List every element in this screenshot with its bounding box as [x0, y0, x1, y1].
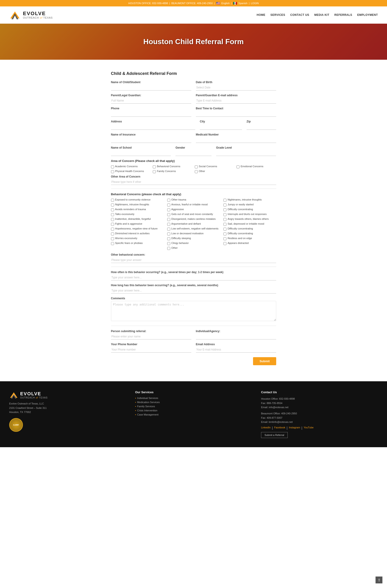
form-title: Child & Adolescent Referral Form [111, 71, 276, 76]
other-area-input[interactable] [111, 179, 276, 185]
concern-other-check[interactable] [195, 170, 198, 173]
phone-input[interactable] [111, 111, 191, 117]
beh-9-check[interactable] [223, 208, 226, 211]
beh-10-check[interactable] [111, 213, 114, 216]
footer-linkedin[interactable]: LinkedIn [261, 426, 271, 430]
nav-contact[interactable]: CONTACT US [290, 13, 309, 17]
beh-25-check[interactable] [111, 237, 114, 240]
beh-26-check[interactable] [167, 237, 170, 240]
beh-15-check[interactable] [223, 218, 226, 221]
nav-home[interactable]: HOME [257, 13, 265, 17]
agency-input[interactable] [196, 334, 276, 339]
nav-employment[interactable]: EMPLOYMENT [357, 13, 378, 17]
zip-input[interactable] [247, 124, 276, 130]
footer-facebook[interactable]: Facebook [274, 426, 285, 430]
beh-19-check[interactable] [111, 228, 114, 231]
city-label: City [200, 120, 242, 123]
divider-1 [111, 189, 276, 189]
beh-24: Difficulty concentrating [223, 232, 276, 235]
child-name-label: Name of Child/Student [111, 81, 191, 84]
mx-flag-icon: 🇲🇽 [233, 1, 237, 5]
gender-input[interactable] [175, 150, 212, 156]
beh-22-check[interactable] [111, 232, 114, 235]
submit-button[interactable]: Submit [253, 357, 276, 365]
agency-label: Individual/Agency: [196, 330, 276, 333]
child-name-input[interactable] [111, 85, 191, 90]
beh-5-check[interactable] [167, 204, 170, 207]
footer-referral-button[interactable]: Submit a Referral [261, 432, 288, 438]
beh-14-check[interactable] [167, 218, 170, 221]
concern-family-check[interactable] [153, 170, 156, 173]
footer-instagram[interactable]: Instagram [289, 426, 300, 430]
lang-english[interactable]: English [221, 2, 230, 5]
nav-services[interactable]: SERVICES [271, 13, 285, 17]
concern-behavioral: Behavioral Concerns [153, 165, 193, 168]
beh-28-check[interactable] [111, 242, 114, 245]
nav-media[interactable]: MEDIA KIT [314, 13, 329, 17]
beh-8-check[interactable] [167, 208, 170, 211]
grade-input[interactable] [216, 150, 276, 156]
other-behavioral-input[interactable] [111, 257, 276, 263]
beh-3-check[interactable] [223, 199, 226, 202]
concern-other: Other [195, 170, 234, 173]
beh-29-check[interactable] [167, 242, 170, 245]
beh-7-check[interactable] [111, 208, 114, 211]
beh-4-check[interactable] [111, 204, 114, 207]
submitter-email-input[interactable] [196, 347, 276, 353]
referral-form: Name of Child/Student Date of Birth Pare… [111, 81, 276, 365]
beh-2-check[interactable] [167, 199, 170, 202]
footer-youtube[interactable]: YouTube [304, 426, 314, 430]
login-link[interactable]: LOGIN [251, 2, 259, 5]
concern-behavioral-check[interactable] [153, 165, 156, 168]
concern-academic-check[interactable] [111, 165, 114, 168]
concern-emotional-check[interactable] [236, 165, 239, 168]
nav-referrals[interactable]: REFERRALS [334, 13, 352, 17]
duration-input[interactable] [111, 288, 276, 294]
address-input[interactable] [111, 124, 195, 130]
footer-brand-sub: OUTREACH of TEXAS [20, 397, 48, 399]
concern-social-check[interactable] [195, 165, 198, 168]
beh-13-check[interactable] [111, 218, 114, 221]
beh-11-check[interactable] [167, 213, 170, 216]
submitter-phone-input[interactable] [111, 347, 191, 353]
best-time-input[interactable] [196, 111, 276, 117]
beh-1-check[interactable] [111, 199, 114, 202]
beh-6-check[interactable] [223, 204, 226, 207]
beh-20-check[interactable] [167, 228, 170, 231]
submit-row: Submit [111, 357, 276, 365]
logo-icon [9, 9, 21, 21]
lang-spanish[interactable]: Spanish [238, 2, 248, 5]
footer-services-title: Our Services [135, 390, 252, 394]
beh-19: Hopelessness, negative view of future [111, 227, 164, 231]
beh-30-check[interactable] [223, 242, 226, 245]
beh-18-check[interactable] [223, 223, 226, 226]
submitter-input[interactable] [111, 334, 191, 339]
beh-11: Gets out of seat and move constantly [167, 213, 220, 216]
beh-24-check[interactable] [223, 232, 226, 235]
medicaid-input[interactable] [196, 137, 276, 143]
row-name-dob: Name of Child/Student Date of Birth [111, 81, 276, 90]
hero-title: Houston Child Referral Form [5, 38, 382, 46]
beh-other-check[interactable] [167, 247, 170, 250]
insurance-input[interactable] [111, 137, 191, 143]
beh-21-check[interactable] [223, 228, 226, 231]
row-insurance: Name of Insurance Medicaid Number [111, 133, 276, 143]
beh-6: Jumpy or easily started [223, 203, 276, 207]
school-input[interactable] [111, 150, 171, 156]
footer-contact-col: Contact Us Houston Office: 832-930-4898 … [261, 390, 378, 438]
guardian-email-input[interactable] [196, 98, 276, 104]
beh-27-check[interactable] [223, 237, 226, 240]
beh-16-check[interactable] [111, 223, 114, 226]
dob-input[interactable] [196, 85, 276, 90]
beh-17-check[interactable] [167, 223, 170, 226]
concern-social: Social Concerns [195, 165, 234, 168]
frequency-input[interactable] [111, 275, 276, 280]
beh-12-check[interactable] [223, 213, 226, 216]
school-label: Name of School [111, 146, 171, 149]
guardian-input[interactable] [111, 98, 191, 104]
concern-physical-check[interactable] [111, 170, 114, 173]
comments-textarea[interactable] [111, 301, 276, 321]
beh-23-check[interactable] [167, 232, 170, 235]
city-input[interactable] [200, 124, 242, 130]
address-label: Address [111, 120, 195, 123]
